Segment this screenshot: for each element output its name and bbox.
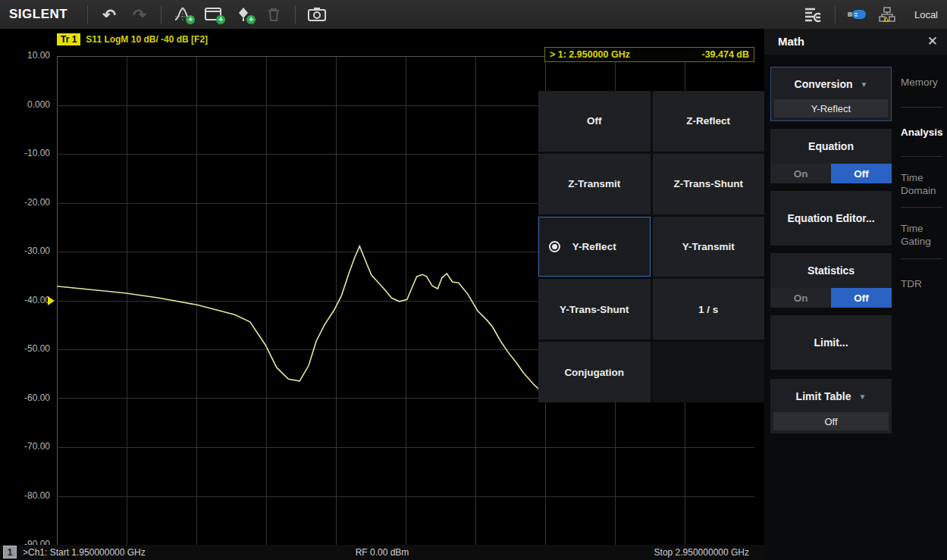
popup-option-conjugation[interactable]: Conjugation — [538, 342, 651, 402]
stop-frequency-label: Stop 2.950000000 GHz — [654, 547, 749, 558]
trace-header[interactable]: Tr 1 S11 LogM 10 dB/ -40 dB [F2] — [57, 33, 208, 45]
tab-memory[interactable]: Memory — [901, 76, 946, 89]
popup-option-label: Y-Transmit — [682, 241, 735, 252]
tab-divider — [901, 156, 942, 157]
equation-editor-button[interactable]: Equation Editor... — [770, 191, 892, 246]
equation-on-option[interactable]: On — [770, 164, 831, 183]
redo-icon: ↷ — [127, 3, 152, 26]
popup-option-z-transmit[interactable]: Z-Transmit — [538, 154, 651, 214]
add-trace-icon[interactable]: + — [170, 3, 196, 26]
sidebar-header: Math ✕ — [764, 29, 947, 55]
chevron-down-icon: ▼ — [858, 393, 866, 401]
popup-option-label: Z-Reflect — [686, 115, 730, 127]
popup-option-y-transmit[interactable]: Y-Transmit — [653, 217, 765, 277]
popup-option-y-reflect[interactable]: Y-Reflect — [538, 217, 651, 277]
popup-option-label: Conjugation — [564, 367, 624, 378]
tab-time-domain[interactable]: Time Domain — [901, 171, 946, 197]
popup-option-label: Y-Trans-Shunt — [560, 304, 629, 315]
close-icon[interactable]: ✕ — [927, 33, 938, 49]
y-axis-tick-label: -10.00 — [3, 148, 50, 158]
statistics-label: Statistics — [770, 253, 892, 288]
rf-power-label: RF 0.00 dBm — [0, 547, 764, 558]
popup-option-label: Off — [587, 115, 602, 127]
popup-option-1-s[interactable]: 1 / s — [653, 279, 765, 339]
y-axis-tick-label: 0.000 — [3, 99, 50, 110]
screenshot-icon[interactable] — [304, 3, 330, 26]
marker-frequency: > 1: 2.950000 GHz — [550, 49, 630, 60]
chevron-down-icon: ▼ — [861, 80, 868, 89]
tab-tdr[interactable]: TDR — [901, 277, 946, 290]
limit-button[interactable]: Limit... — [770, 315, 892, 370]
usb-icon[interactable] — [844, 3, 870, 26]
channel-badge[interactable]: 1 — [3, 546, 17, 558]
local-status-label[interactable]: Local — [914, 9, 938, 20]
trace-number-badge[interactable]: Tr 1 — [57, 33, 80, 45]
equation-toggle[interactable]: On Off — [770, 164, 892, 183]
toolbar-divider — [295, 5, 296, 23]
marker-value: -39.474 dB — [701, 49, 749, 60]
conversion-button[interactable]: Conversion▼ Y-Reflect — [770, 67, 892, 121]
popup-option-z-reflect[interactable]: Z-Reflect — [653, 91, 765, 152]
popup-option-y-trans-shunt[interactable]: Y-Trans-Shunt — [538, 279, 651, 339]
toolbar-divider — [161, 5, 161, 23]
statistics-button[interactable]: Statistics On Off — [770, 253, 892, 308]
y-axis-tick-label: -80.00 — [3, 490, 50, 501]
reference-level-marker[interactable] — [48, 296, 55, 305]
delete-trace-icon — [261, 3, 287, 26]
limit-label: Limit... — [770, 315, 892, 370]
tab-divider — [901, 107, 942, 108]
conversion-popup-menu: OffZ-ReflectZ-TransmitZ-Trans-ShuntY-Ref… — [538, 91, 764, 402]
radio-selected-icon — [549, 241, 560, 252]
lan-status-icon[interactable] — [874, 3, 900, 26]
y-axis-tick-label: -20.00 — [3, 197, 50, 208]
tab-divider — [901, 258, 942, 259]
y-axis-tick-label: -60.00 — [3, 393, 50, 403]
toolbar-divider — [87, 5, 88, 23]
popup-option-label: Z-Trans-Shunt — [674, 178, 744, 189]
sidebar-title: Math — [778, 35, 804, 48]
popup-option-label: 1 / s — [698, 304, 718, 315]
conversion-value: Y-Reflect — [774, 99, 888, 117]
conversion-label: Conversion — [795, 78, 853, 90]
siglent-logo: SIGLENT — [0, 7, 81, 22]
math-sidebar: Math ✕ Conversion▼ Y-Reflect Equation On… — [764, 29, 947, 560]
tab-time-gating[interactable]: Time Gating — [901, 222, 946, 248]
trace-line — [57, 246, 574, 393]
popup-option-z-trans-shunt[interactable]: Z-Trans-Shunt — [653, 154, 765, 214]
y-axis-tick-label: -40.00 — [3, 295, 50, 305]
limit-table-label: Limit Table — [796, 390, 851, 402]
add-marker-icon[interactable]: + — [230, 3, 256, 26]
popup-option-label: Y-Reflect — [572, 241, 616, 252]
toolbar-divider — [835, 5, 836, 23]
equation-editor-label: Equation Editor... — [770, 191, 892, 246]
y-axis-tick-label: 10.00 — [3, 50, 50, 61]
menu-collapse-icon[interactable] — [801, 3, 826, 26]
add-window-icon[interactable]: + — [200, 3, 226, 26]
equation-off-option[interactable]: Off — [831, 164, 892, 183]
marker-readout: > 1: 2.950000 GHz -39.474 dB — [544, 47, 754, 62]
equation-button[interactable]: Equation On Off — [770, 129, 892, 183]
statistics-toggle[interactable]: On Off — [770, 288, 892, 308]
statistics-off-option[interactable]: Off — [831, 288, 892, 308]
undo-icon[interactable]: ↶ — [96, 3, 122, 26]
top-toolbar: SIGLENT ↶ ↷ + + + Local — [0, 0, 947, 29]
y-axis-tick-label: -50.00 — [3, 343, 50, 354]
popup-cell-empty — [653, 342, 765, 402]
tab-analysis[interactable]: Analysis — [901, 126, 946, 139]
statistics-on-option[interactable]: On — [770, 288, 831, 308]
status-bar: >Ch1: Start 1.950000000 GHz RF 0.00 dBm … — [0, 545, 764, 560]
y-axis-tick-label: -30.00 — [3, 246, 50, 256]
equation-label: Equation — [770, 129, 892, 164]
trace-format-label: S11 LogM 10 dB/ -40 dB [F2] — [86, 34, 208, 45]
tab-divider — [901, 207, 942, 208]
y-axis-tick-label: -70.00 — [3, 441, 50, 452]
sidebar-tabs: MemoryAnalysisTime DomainTime GatingTDR — [896, 55, 947, 560]
limit-table-value: Off — [773, 412, 889, 430]
popup-option-off[interactable]: Off — [538, 91, 651, 152]
limit-table-button[interactable]: Limit Table▼ Off — [770, 379, 892, 433]
popup-option-label: Z-Transmit — [568, 178, 620, 189]
